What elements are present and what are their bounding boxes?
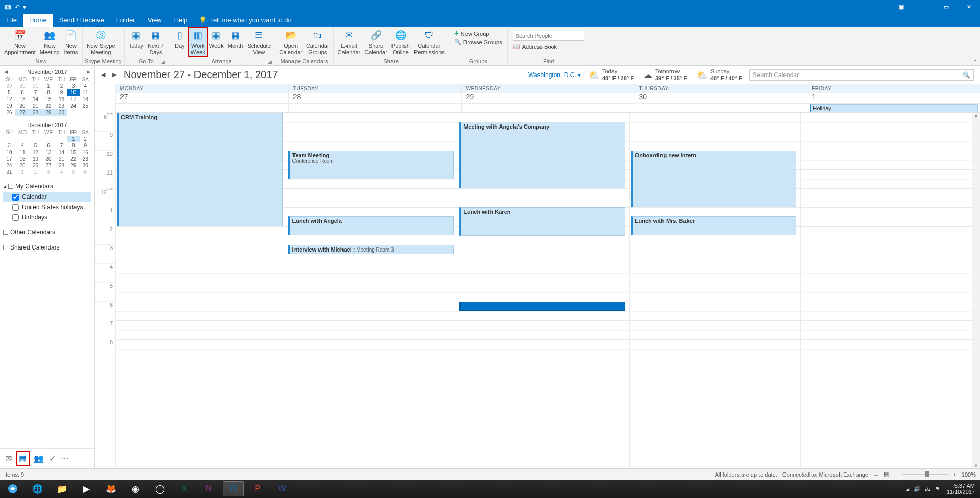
- tab-view[interactable]: View: [141, 14, 168, 27]
- work-week-view-button[interactable]: ▥WorkWeek: [189, 28, 207, 56]
- new-items-button[interactable]: 📄NewItems: [62, 28, 80, 56]
- close-button[interactable]: ✕: [958, 0, 980, 14]
- tell-me[interactable]: 💡 Tell me what you want to do: [199, 16, 291, 24]
- my-calendars-group[interactable]: ◢My Calendars: [3, 181, 91, 192]
- zoom-in-icon[interactable]: +: [953, 471, 956, 478]
- calendar-grid[interactable]: CRM TrainingTeam MeetingConference RoomL…: [115, 113, 972, 468]
- calendar-event[interactable]: Lunch with Angela: [288, 216, 454, 235]
- tab-folder[interactable]: Folder: [110, 14, 141, 27]
- address-book-button[interactable]: 📖Address Book: [513, 43, 557, 51]
- next-week-icon[interactable]: ▶: [112, 71, 116, 78]
- new-group-button[interactable]: ✚New Group: [454, 30, 489, 37]
- new-appointment-button[interactable]: 📅NewAppointment: [2, 28, 38, 56]
- day-header[interactable]: TUESDAY28: [288, 84, 461, 104]
- day-header[interactable]: FRIDAY1: [807, 84, 980, 104]
- week-view-button[interactable]: ▦Week: [207, 28, 226, 50]
- shared-calendars-group[interactable]: Shared Calendars: [3, 242, 91, 253]
- explorer-icon[interactable]: 📁: [51, 481, 72, 496]
- calendar-event[interactable]: Lunch with Karen: [459, 207, 625, 236]
- network-icon[interactable]: 🖧: [925, 486, 930, 492]
- maximize-button[interactable]: ▭: [935, 0, 958, 14]
- outlook-icon[interactable]: O: [223, 481, 244, 496]
- media-player-icon[interactable]: ▶: [76, 481, 97, 496]
- skype-meeting-button[interactable]: ⓈNew SkypeMeeting: [85, 28, 117, 56]
- undo-icon[interactable]: ↶: [15, 4, 20, 11]
- schedule-view-button[interactable]: ☰ScheduleView: [245, 28, 273, 56]
- tab-send-receive[interactable]: Send / Receive: [53, 14, 110, 27]
- zoom-slider[interactable]: [902, 474, 948, 475]
- day-column[interactable]: Meeting with Angela's CompanyLunch with …: [458, 113, 629, 468]
- calendar-checkbox[interactable]: [12, 204, 19, 211]
- tasks-nav-icon[interactable]: ✓: [49, 454, 56, 463]
- view-reading-icon[interactable]: ▤: [884, 471, 889, 478]
- day-column[interactable]: [800, 113, 972, 468]
- weather-location[interactable]: Washington, D.C. ▾: [528, 71, 581, 79]
- calendar-nav-icon[interactable]: ▦: [17, 452, 29, 465]
- vertical-scrollbar[interactable]: ▲▼: [972, 113, 980, 468]
- calendar-event[interactable]: [459, 302, 625, 311]
- tab-home[interactable]: Home: [23, 14, 53, 27]
- mail-nav-icon[interactable]: ✉: [5, 454, 12, 463]
- volume-icon[interactable]: 🔊: [914, 486, 921, 492]
- next7days-button[interactable]: ▦Next 7Days: [145, 28, 166, 56]
- qat-customize-icon[interactable]: ▾: [23, 4, 26, 11]
- minimize-button[interactable]: —: [913, 0, 935, 14]
- calendar-event[interactable]: Lunch with Mrs. Baker: [631, 216, 797, 235]
- mini-cal-table[interactable]: SUMOTUWETHFRSA12345678910111213141516171…: [3, 129, 91, 176]
- calendar-checkbox[interactable]: [12, 194, 19, 201]
- powerpoint-icon[interactable]: P: [247, 481, 268, 496]
- email-calendar-button[interactable]: ✉E-mailCalendar: [336, 28, 363, 56]
- day-column[interactable]: Onboarding new internLunch with Mrs. Bak…: [629, 113, 801, 468]
- share-calendar-button[interactable]: 🔗ShareCalendar: [362, 28, 389, 56]
- search-icon[interactable]: 🔍: [963, 71, 970, 79]
- collapse-ribbon-icon[interactable]: ⌃: [973, 59, 977, 64]
- day-header[interactable]: MONDAY27: [115, 84, 288, 104]
- browse-groups-button[interactable]: 🔍Browse Groups: [454, 38, 502, 46]
- day-header[interactable]: THURSDAY30: [634, 84, 807, 104]
- allday-row[interactable]: Holiday: [115, 104, 980, 113]
- tab-file[interactable]: File: [0, 14, 23, 27]
- excel-icon[interactable]: X: [174, 481, 195, 496]
- calendar-item[interactable]: Calendar: [3, 192, 91, 202]
- today-button[interactable]: ▦Today: [127, 28, 145, 50]
- tray-chevron-icon[interactable]: ▴: [906, 486, 910, 492]
- calendar-event[interactable]: Onboarding new intern: [631, 151, 797, 207]
- calendar-event[interactable]: CRM Training: [117, 113, 283, 226]
- firefox-icon[interactable]: 🦊: [100, 481, 121, 496]
- search-people-input[interactable]: [513, 31, 584, 41]
- cortana-icon[interactable]: ◯: [149, 481, 170, 496]
- calendar-permissions-button[interactable]: 🛡CalendarPermissions: [412, 28, 447, 56]
- more-nav-icon[interactable]: ⋯: [61, 454, 69, 463]
- day-column[interactable]: CRM Training: [115, 113, 287, 468]
- calendar-checkbox[interactable]: [12, 214, 19, 221]
- allday-event[interactable]: Holiday: [810, 104, 978, 112]
- open-calendar-button[interactable]: 📂OpenCalendar: [277, 28, 304, 56]
- onenote-icon[interactable]: N: [198, 481, 219, 496]
- new-meeting-button[interactable]: 👥NewMeeting: [38, 28, 62, 56]
- other-calendars-group[interactable]: Other Calendars: [3, 227, 91, 238]
- us-holidays-item[interactable]: United States holidays: [3, 202, 91, 212]
- start-button[interactable]: [2, 481, 23, 496]
- next-month-icon[interactable]: ▶: [87, 69, 90, 74]
- calendar-groups-button[interactable]: 🗂CalendarGroups: [304, 28, 331, 56]
- day-column[interactable]: Team MeetingConference RoomLunch with An…: [287, 113, 458, 468]
- clock[interactable]: 5:37 AM 11/10/2017: [944, 483, 978, 495]
- birthdays-item[interactable]: Birthdays: [3, 212, 91, 222]
- calendar-event[interactable]: Meeting with Angela's Company: [459, 122, 625, 188]
- mini-cal-table[interactable]: SUMOTUWETHFRSA29303112345678910111213141…: [3, 76, 91, 116]
- word-icon[interactable]: W: [272, 481, 293, 496]
- chrome-icon[interactable]: ◉: [125, 481, 146, 496]
- arrange-launcher-icon[interactable]: ◢: [268, 59, 272, 64]
- view-normal-icon[interactable]: ▭: [873, 471, 878, 478]
- day-view-button[interactable]: ▯Day: [170, 28, 189, 50]
- goto-launcher-icon[interactable]: ◢: [161, 59, 165, 64]
- prev-month-icon[interactable]: ◀: [4, 69, 8, 74]
- zoom-out-icon[interactable]: −: [894, 471, 897, 478]
- popup-icon[interactable]: ▣: [890, 0, 913, 14]
- flag-icon[interactable]: ⚑: [935, 486, 940, 492]
- people-nav-icon[interactable]: 👥: [34, 454, 44, 463]
- day-header[interactable]: WEDNESDAY29: [461, 84, 634, 104]
- ie-icon[interactable]: 🌐: [27, 481, 48, 496]
- calendar-event[interactable]: Interview with Michael ; Meeting Room 3: [288, 245, 454, 254]
- prev-week-icon[interactable]: ◀: [101, 71, 105, 78]
